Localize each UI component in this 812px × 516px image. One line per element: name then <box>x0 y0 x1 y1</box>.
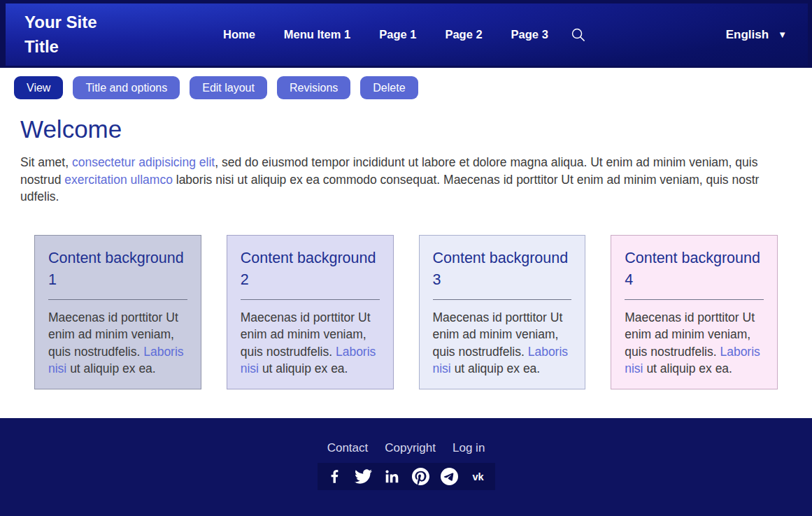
site-title-link[interactable]: Your Site Title <box>24 10 131 59</box>
site-footer: ContactCopyrightLog in vk <box>0 418 812 516</box>
social-link-linkedin[interactable] <box>383 468 401 485</box>
text-run: ut aliquip ex ea. <box>259 361 348 375</box>
social-link-twitter[interactable] <box>355 468 372 485</box>
telegram-icon <box>441 468 458 485</box>
card-body: Maecenas id porttitor Ut enim ad minim v… <box>433 309 572 378</box>
tab-view[interactable]: View <box>14 76 63 99</box>
nav-item-page-1[interactable]: Page 1 <box>379 28 416 41</box>
text-run: ut aliquip ex ea. <box>66 361 155 375</box>
text-link[interactable]: consectetur adipisicing elit <box>72 155 215 169</box>
social-icons-row: vk <box>318 463 495 490</box>
content-card-1: Content background 1Maecenas id porttito… <box>34 235 201 389</box>
card-title: Content background 4 <box>625 248 764 291</box>
facebook-icon <box>326 468 343 485</box>
content-card-3: Content background 3Maecenas id porttito… <box>419 235 586 389</box>
search-icon <box>570 27 586 43</box>
card-title: Content background 3 <box>433 248 572 291</box>
pinterest-icon <box>412 468 429 485</box>
card-body: Maecenas id porttitor Ut enim ad minim v… <box>625 309 764 378</box>
twitter-icon <box>355 468 372 485</box>
search-button[interactable] <box>570 27 586 43</box>
nav-item-page-2[interactable]: Page 2 <box>445 28 482 41</box>
svg-text:vk: vk <box>472 471 484 482</box>
nav-item-menu-item-1[interactable]: Menu Item 1 <box>284 28 350 41</box>
tab-revisions[interactable]: Revisions <box>277 76 350 99</box>
card-title: Content background 2 <box>241 248 380 291</box>
language-label: English <box>726 28 769 42</box>
nav-item-home[interactable]: Home <box>223 28 255 41</box>
tab-title-and-options[interactable]: Title and options <box>73 76 180 99</box>
tab-delete[interactable]: Delete <box>360 76 418 99</box>
main-content: Welcome Sit amet, consectetur adipisicin… <box>0 99 812 389</box>
intro-paragraph: Sit amet, consectetur adipisicing elit, … <box>20 154 792 206</box>
footer-link-contact[interactable]: Contact <box>327 441 369 455</box>
site-header: Your Site Title HomeMenu Item 1Page 1Pag… <box>0 0 812 68</box>
social-link-telegram[interactable] <box>441 468 458 485</box>
chevron-down-icon: ▼ <box>778 30 787 39</box>
content-card-2: Content background 2Maecenas id porttito… <box>227 235 394 389</box>
page-title: Welcome <box>20 115 792 144</box>
card-body: Maecenas id porttitor Ut enim ad minim v… <box>241 309 380 378</box>
card-body: Maecenas id porttitor Ut enim ad minim v… <box>48 309 187 378</box>
social-link-pinterest[interactable] <box>412 468 429 485</box>
nav-item-page-3[interactable]: Page 3 <box>511 28 548 41</box>
social-link-vk[interactable]: vk <box>469 468 487 485</box>
content-card-4: Content background 4Maecenas id porttito… <box>611 235 778 389</box>
language-switcher[interactable]: English ▼ <box>726 28 787 42</box>
card-divider <box>241 299 380 300</box>
content-cards: Content background 1Maecenas id porttito… <box>34 235 778 389</box>
footer-link-log-in[interactable]: Log in <box>453 441 485 455</box>
card-divider <box>48 299 187 300</box>
local-tasks-tabs: ViewTitle and optionsEdit layoutRevision… <box>0 68 812 99</box>
card-title: Content background 1 <box>48 248 187 291</box>
footer-nav: ContactCopyrightLog in <box>327 441 485 455</box>
text-link[interactable]: exercitation ullamco <box>64 173 173 187</box>
footer-link-copyright[interactable]: Copyright <box>385 441 436 455</box>
social-link-facebook[interactable] <box>326 468 343 485</box>
linkedin-icon <box>383 468 401 485</box>
card-divider <box>625 299 764 300</box>
card-divider <box>433 299 572 300</box>
vk-icon: vk <box>469 468 487 485</box>
page: Your Site Title HomeMenu Item 1Page 1Pag… <box>0 0 812 516</box>
tab-edit-layout[interactable]: Edit layout <box>190 76 267 99</box>
text-run: ut aliquip ex ea. <box>643 361 732 375</box>
text-run: Sit amet, <box>20 155 72 169</box>
text-run: ut aliquip ex ea. <box>451 361 540 375</box>
main-nav: HomeMenu Item 1Page 1Page 2Page 3 <box>223 28 548 41</box>
